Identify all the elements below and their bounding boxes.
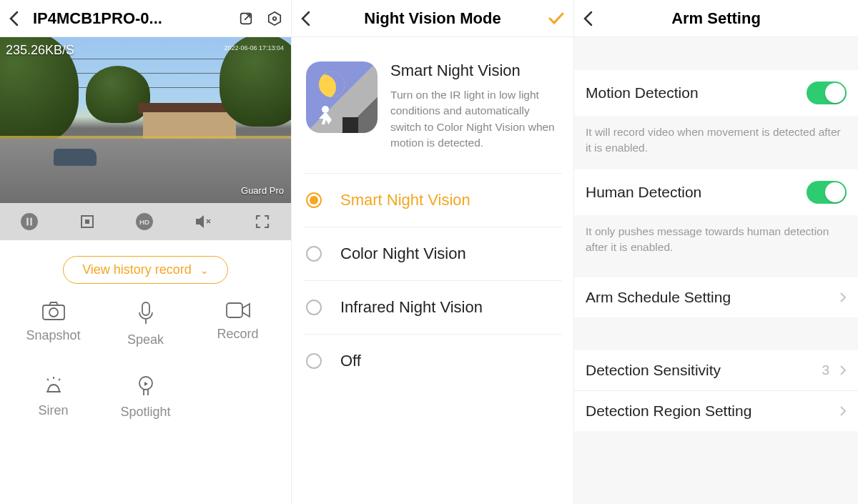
radio-icon	[306, 300, 322, 315]
snapshot-button[interactable]: Snapshot	[7, 301, 99, 347]
speak-label: Speak	[127, 332, 164, 347]
speak-button[interactable]: Speak	[99, 301, 192, 347]
arm-schedule-label: Arm Schedule Setting	[586, 289, 731, 306]
fullscreen-icon[interactable]	[254, 213, 271, 230]
chevron-down-icon: ⌄	[200, 265, 209, 276]
detection-sensitivity-row[interactable]: Detection Sensitivity 3	[574, 350, 858, 390]
snapshot-label: Snapshot	[26, 328, 80, 343]
motion-detection-description: It will record video when movement is de…	[574, 116, 858, 169]
svg-text:HD: HD	[139, 218, 149, 226]
option-off[interactable]: Off	[303, 335, 562, 387]
radio-icon	[306, 353, 322, 369]
spotlight-button[interactable]: Spotlight	[99, 375, 192, 420]
svg-rect-13	[227, 303, 242, 317]
human-detection-row: Human Detection	[574, 169, 858, 215]
svg-point-11	[49, 308, 58, 317]
hero-description: Turn on the IR light in low light condit…	[390, 87, 559, 152]
human-detection-description: It only pushes message towards human det…	[574, 215, 858, 269]
chevron-right-icon	[839, 365, 847, 376]
option-color-night-vision[interactable]: Color Night Vision	[303, 227, 562, 281]
chevron-right-icon	[839, 292, 847, 303]
svg-rect-12	[142, 302, 149, 315]
svg-point-3	[21, 213, 38, 230]
option-label: Color Night Vision	[340, 244, 466, 263]
option-label: Infrared Night Vision	[340, 298, 483, 317]
back-icon[interactable]	[9, 11, 30, 26]
svg-rect-4	[26, 218, 28, 226]
watermark-label: Guard Pro	[241, 185, 284, 196]
detection-sensitivity-value: 3	[822, 362, 829, 378]
radio-icon	[306, 246, 322, 262]
record-button[interactable]: Record	[192, 301, 284, 347]
siren-button[interactable]: Siren	[7, 375, 99, 420]
svg-rect-7	[85, 219, 89, 224]
pause-icon[interactable]	[20, 212, 39, 231]
back-icon[interactable]	[300, 11, 322, 26]
svg-marker-1	[269, 11, 281, 24]
page-title: Night Vision Mode	[322, 9, 543, 28]
share-icon[interactable]	[238, 11, 254, 26]
live-video[interactable]: 235.26KB/S 2022-06-06 17:13:04 Guard Pro	[0, 37, 291, 203]
radio-icon	[306, 192, 322, 208]
detection-region-row[interactable]: Detection Region Setting	[574, 391, 858, 431]
page-title: Arm Setting	[604, 9, 828, 28]
hd-icon[interactable]: HD	[135, 212, 154, 231]
human-detection-label: Human Detection	[586, 184, 701, 201]
chevron-right-icon	[839, 405, 847, 417]
device-title: IP4MCB1PRO-0...	[33, 9, 238, 28]
svg-point-2	[273, 16, 277, 20]
svg-rect-5	[30, 218, 31, 226]
view-history-label: View history record	[82, 262, 192, 277]
bitrate-label: 235.26KB/S	[6, 43, 74, 58]
option-smart-night-vision[interactable]: Smart Night Vision	[303, 174, 562, 227]
detection-sensitivity-label: Detection Sensitivity	[586, 362, 721, 379]
svg-rect-10	[43, 305, 64, 320]
detection-region-label: Detection Region Setting	[586, 402, 751, 420]
hero-title: Smart Night Vision	[390, 61, 559, 80]
smart-night-vision-icon	[306, 61, 378, 133]
option-label: Smart Night Vision	[340, 191, 470, 209]
timestamp-label: 2022-06-06 17:13:04	[224, 44, 284, 51]
siren-label: Siren	[38, 403, 68, 418]
view-history-button[interactable]: View history record ⌄	[63, 256, 228, 284]
record-label: Record	[217, 327, 258, 342]
motion-detection-label: Motion Detection	[586, 84, 699, 102]
option-infrared-night-vision[interactable]: Infrared Night Vision	[303, 281, 562, 335]
option-label: Off	[340, 352, 361, 370]
stop-icon[interactable]	[79, 213, 96, 230]
motion-detection-toggle[interactable]	[807, 81, 847, 104]
spotlight-label: Spotlight	[120, 405, 170, 420]
back-icon[interactable]	[583, 11, 604, 26]
mute-icon[interactable]	[194, 213, 214, 230]
arm-schedule-row[interactable]: Arm Schedule Setting	[574, 277, 858, 317]
human-detection-toggle[interactable]	[807, 181, 847, 204]
settings-icon[interactable]	[267, 11, 282, 26]
confirm-icon[interactable]	[543, 11, 565, 26]
motion-detection-row: Motion Detection	[574, 70, 858, 116]
